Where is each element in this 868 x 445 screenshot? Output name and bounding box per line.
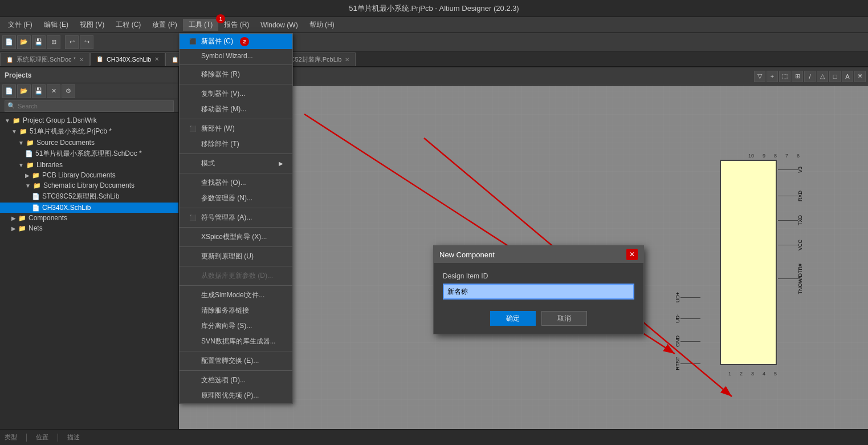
menu-bar: 文件 (F) 编辑 (E) 视图 (V) 工程 (C) 放置 (P) 工具 (T… xyxy=(0,17,868,33)
tree-item-pcb-lib-docs[interactable]: ▶ 📁 PCB Library Documents xyxy=(0,170,178,180)
menu-window[interactable]: Window (W) xyxy=(255,20,303,30)
tree-item-sch-lib-docs[interactable]: ▼ 📁 Schematic Library Documents xyxy=(0,180,178,191)
pin-num-6: 6 xyxy=(797,153,800,159)
dialog-title: New Component xyxy=(439,250,495,259)
dialog-confirm-button[interactable]: 确定 xyxy=(490,311,536,326)
sidebar-btn-settings[interactable]: ⚙ xyxy=(62,84,75,98)
status-col2: 位置 xyxy=(36,433,48,442)
tree-item-components[interactable]: ▶ 📁 Components xyxy=(0,213,178,223)
menu-lib-splitter[interactable]: 库分离向导 (S)... xyxy=(180,318,292,334)
menu-config-toggle[interactable]: 配置管脚交换 (E)... xyxy=(180,353,292,369)
chip-icon: ⬛ xyxy=(189,38,197,44)
sidebar-btn-new[interactable]: 📄 xyxy=(2,84,16,98)
menu-new-component[interactable]: ⬛ 新器件 (C) 2 xyxy=(180,34,292,49)
canvas-rect-btn[interactable]: □ xyxy=(829,71,841,82)
menu-place[interactable]: 放置 (P) xyxy=(146,19,182,31)
toolbar-open[interactable]: 📂 xyxy=(17,35,31,49)
tree-item-sch-doc[interactable]: 📄 51单片机最小系统原理图.SchDoc * xyxy=(0,148,178,160)
menu-help[interactable]: 帮助 (H) xyxy=(304,19,340,31)
canvas-filter-btn[interactable]: ▽ xyxy=(754,71,765,82)
chevron-right-icon: ▶ xyxy=(25,172,30,179)
canvas-select-btn[interactable]: ⬚ xyxy=(779,71,790,82)
pin-tnow: TNOW/DTR# xyxy=(778,262,803,296)
menu-svn-gen[interactable]: SVN数据库的库生成器... xyxy=(180,334,292,349)
tree-item-project-group[interactable]: ▼ 📁 Project Group 1.DsnWrk xyxy=(0,115,178,126)
pin-num-3: 3 xyxy=(751,371,754,377)
sidebar-btn-save[interactable]: 💾 xyxy=(32,84,46,98)
tab-schdoc-icon: 📋 xyxy=(6,56,13,63)
canvas-bright-btn[interactable]: ☀ xyxy=(854,71,866,82)
menu-remove-part[interactable]: 移除部件 (T) xyxy=(180,136,292,152)
tree-item-nets[interactable]: ▶ 📁 Nets xyxy=(0,223,178,233)
pin-num-5: 5 xyxy=(774,371,777,377)
chevron-right-icon: ▶ xyxy=(11,215,16,221)
toolbar-save[interactable]: 💾 xyxy=(32,35,46,49)
menu-view[interactable]: 视图 (V) xyxy=(74,19,110,31)
tree-item-stc89c52-lib[interactable]: 📄 STC89C52原理图.SchLib xyxy=(0,191,178,203)
menu-find-component[interactable]: 查找器件 (O)... xyxy=(180,175,292,191)
menu-doc-options[interactable]: 文档选项 (D)... xyxy=(180,373,292,388)
menu-remove-component[interactable]: 移除器件 (R) xyxy=(180,67,292,82)
canvas-bus-btn[interactable]: ⊞ xyxy=(792,71,803,82)
menu-move-component[interactable]: 移动器件 (M)... xyxy=(180,102,292,117)
menu-new-part[interactable]: ⬛ 新部件 (W) xyxy=(180,121,292,136)
menu-symbol-wizard[interactable]: Symbol Wizard... xyxy=(180,49,292,63)
menu-symbol-manager[interactable]: ⬛ 符号管理器 (A)... xyxy=(180,210,292,225)
menu-update-schematic[interactable]: 更新到原理图 (U) xyxy=(180,249,292,264)
menu-param-manager[interactable]: 参数管理器 (N)... xyxy=(180,191,292,206)
search-input[interactable] xyxy=(18,103,171,110)
sidebar: Projects 📄 📂 💾 ✕ ⚙ 🔍 ▼ 📁 Project Group 1… xyxy=(0,67,179,445)
menu-xspice[interactable]: XSpice模型向导 (X)... xyxy=(180,229,292,245)
pin-rts: RTS# xyxy=(675,356,700,371)
tree-item-libraries[interactable]: ▼ 📁 Libraries xyxy=(0,160,178,170)
tree-item-source-docs[interactable]: ▼ 📁 Source Documents xyxy=(0,137,178,148)
search-wrap: 🔍 xyxy=(5,100,174,112)
canvas-wire-btn[interactable]: / xyxy=(804,71,816,82)
menu-edit[interactable]: 编辑 (E) xyxy=(38,19,74,31)
menu-project[interactable]: 工程 (C) xyxy=(110,19,146,31)
menu-tools[interactable]: 工具 (T) 1 xyxy=(183,19,219,31)
menu-file[interactable]: 文件 (F) xyxy=(2,19,38,31)
toolbar-saveall[interactable]: ⊞ xyxy=(47,35,60,49)
sidebar-header: Projects xyxy=(0,67,178,83)
status-sep-1 xyxy=(26,434,27,442)
tab-89c52pcb-close[interactable]: ✕ xyxy=(345,56,349,63)
tree-item-pcb-project[interactable]: ▼ 📁 51单片机最小系统.PrjPcb * xyxy=(0,126,178,137)
canvas-text-btn[interactable]: A xyxy=(842,71,853,82)
status-bar: 类型 位置 描述 xyxy=(0,429,868,445)
toolbar-undo[interactable]: ↩ xyxy=(65,35,79,49)
separator-2 xyxy=(180,84,292,84)
tab-bar: 📋 系统原理图.SchDoc * ✕ 📋 CH340X.SchLib ✕ 📋 S… xyxy=(0,51,868,67)
pin-num-2: 2 xyxy=(740,371,743,377)
tab-schdoc-close[interactable]: ✕ xyxy=(79,56,84,63)
menu-gen-simmodel[interactable]: 生成SimModel文件... xyxy=(180,288,292,303)
canvas-poly-btn[interactable]: △ xyxy=(817,71,828,82)
sidebar-btn-close[interactable]: ✕ xyxy=(47,84,60,98)
dialog-cancel-button[interactable]: 取消 xyxy=(541,311,587,326)
menu-clear-server[interactable]: 清除服务器链接 xyxy=(180,303,292,318)
pin-num-10: 10 xyxy=(748,153,754,159)
separator-8 xyxy=(180,246,292,247)
dialog-close-button[interactable]: ✕ xyxy=(626,249,638,260)
tab-ch340x-close[interactable]: ✕ xyxy=(154,56,159,62)
menu-copy-component[interactable]: 复制器件 (V)... xyxy=(180,86,292,102)
menu-sch-prefs[interactable]: 原理图优先项 (P)... xyxy=(180,388,292,403)
toolbar-redo[interactable]: ↪ xyxy=(80,35,93,49)
chevron-down-icon: ▼ xyxy=(25,183,31,189)
menu-update-from-db[interactable]: 从数据库更新参数 (D)... xyxy=(180,268,292,284)
tree-item-ch340x-lib[interactable]: 📄 CH340X.SchLib xyxy=(0,203,178,213)
sidebar-toolbar: 📄 📂 💾 ✕ ⚙ xyxy=(0,83,178,99)
dialog-body: Design Item ID xyxy=(434,263,643,306)
menu-mode[interactable]: 模式 ▶ xyxy=(180,156,292,171)
toolbar-new[interactable]: 📄 xyxy=(2,35,16,49)
folder-icon: 📁 xyxy=(26,161,34,169)
canvas-add-btn[interactable]: + xyxy=(767,71,778,82)
dialog-design-item-id-input[interactable] xyxy=(443,284,634,300)
tab-schdoc[interactable]: 📋 系统原理图.SchDoc * ✕ xyxy=(0,52,90,66)
sidebar-btn-open[interactable]: 📂 xyxy=(17,84,31,98)
tab-ch340x[interactable]: 📋 CH340X.SchLib ✕ xyxy=(90,52,165,66)
search-container: 🔍 xyxy=(0,99,178,113)
tools-dropdown-menu: ⬛ 新器件 (C) 2 Symbol Wizard... 移除器件 (R) 复制… xyxy=(179,33,293,404)
folder-icon: 📁 xyxy=(18,215,26,222)
pin-v3: V3 xyxy=(778,165,803,174)
